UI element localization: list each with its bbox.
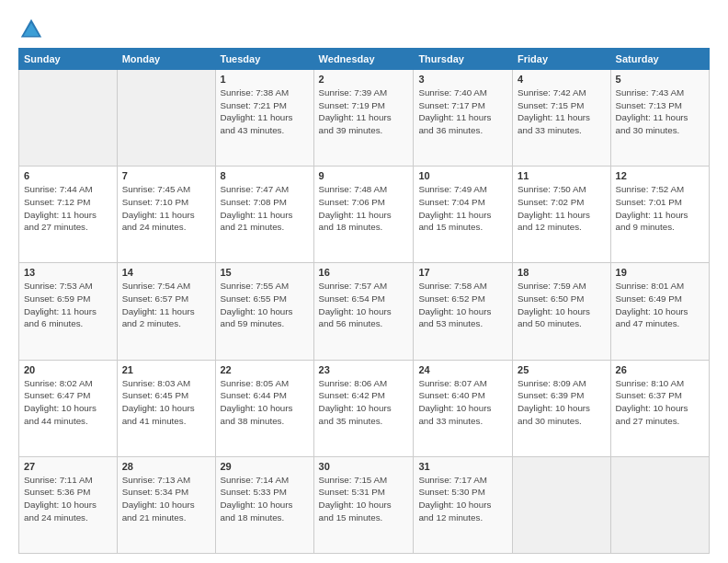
day-number: 20: [24, 364, 112, 375]
column-header-thursday: Thursday: [414, 49, 513, 70]
day-info: Sunrise: 7:11 AM Sunset: 5:36 PM Dayligh…: [24, 474, 112, 524]
logo-icon: [18, 17, 44, 42]
day-number: 30: [319, 461, 409, 472]
calendar-cell: 27Sunrise: 7:11 AM Sunset: 5:36 PM Dayli…: [19, 456, 118, 553]
day-info: Sunrise: 7:13 AM Sunset: 5:34 PM Dayligh…: [122, 474, 210, 524]
calendar-cell: 14Sunrise: 7:54 AM Sunset: 6:57 PM Dayli…: [117, 263, 215, 360]
calendar-cell: 24Sunrise: 8:07 AM Sunset: 6:40 PM Dayli…: [414, 360, 513, 456]
column-header-friday: Friday: [513, 49, 611, 70]
calendar-cell: 25Sunrise: 8:09 AM Sunset: 6:39 PM Dayli…: [513, 360, 611, 456]
calendar-cell: 30Sunrise: 7:15 AM Sunset: 5:31 PM Dayli…: [313, 456, 414, 553]
day-number: 10: [418, 170, 507, 181]
day-number: 19: [616, 267, 704, 278]
calendar-week-4: 20Sunrise: 8:02 AM Sunset: 6:47 PM Dayli…: [19, 360, 710, 456]
calendar-cell: 18Sunrise: 7:59 AM Sunset: 6:50 PM Dayli…: [513, 263, 611, 360]
day-number: 25: [518, 364, 606, 375]
calendar-cell: [610, 456, 709, 553]
day-info: Sunrise: 7:43 AM Sunset: 7:13 PM Dayligh…: [616, 86, 704, 137]
day-number: 24: [418, 364, 507, 375]
calendar-cell: [117, 70, 215, 167]
day-info: Sunrise: 7:47 AM Sunset: 7:08 PM Dayligh…: [221, 183, 309, 234]
day-number: 28: [122, 461, 210, 472]
day-info: Sunrise: 8:02 AM Sunset: 6:47 PM Dayligh…: [24, 377, 112, 428]
day-info: Sunrise: 8:09 AM Sunset: 6:39 PM Dayligh…: [518, 377, 606, 428]
day-info: Sunrise: 8:05 AM Sunset: 6:44 PM Dayligh…: [221, 377, 309, 428]
column-header-tuesday: Tuesday: [215, 49, 313, 70]
day-number: 23: [319, 364, 409, 375]
calendar-cell: 16Sunrise: 7:57 AM Sunset: 6:54 PM Dayli…: [313, 263, 414, 360]
calendar-cell: 11Sunrise: 7:50 AM Sunset: 7:02 PM Dayli…: [513, 167, 611, 263]
calendar-cell: 3Sunrise: 7:40 AM Sunset: 7:17 PM Daylig…: [414, 70, 513, 167]
day-info: Sunrise: 8:07 AM Sunset: 6:40 PM Dayligh…: [418, 377, 507, 428]
calendar-cell: 5Sunrise: 7:43 AM Sunset: 7:13 PM Daylig…: [610, 70, 709, 167]
calendar-cell: [513, 456, 611, 553]
day-number: 2: [319, 74, 409, 85]
day-info: Sunrise: 7:50 AM Sunset: 7:02 PM Dayligh…: [518, 183, 606, 234]
day-number: 14: [122, 267, 210, 278]
day-info: Sunrise: 7:39 AM Sunset: 7:19 PM Dayligh…: [319, 86, 409, 137]
day-number: 8: [221, 170, 309, 181]
calendar-cell: 13Sunrise: 7:53 AM Sunset: 6:59 PM Dayli…: [19, 263, 118, 360]
day-number: 16: [319, 267, 409, 278]
day-number: 29: [221, 461, 309, 472]
day-number: 1: [221, 74, 309, 85]
day-info: Sunrise: 7:52 AM Sunset: 7:01 PM Dayligh…: [616, 183, 704, 234]
calendar-cell: 12Sunrise: 7:52 AM Sunset: 7:01 PM Dayli…: [610, 167, 709, 263]
logo: [18, 17, 48, 42]
day-info: Sunrise: 7:17 AM Sunset: 5:30 PM Dayligh…: [418, 474, 507, 524]
calendar-week-5: 27Sunrise: 7:11 AM Sunset: 5:36 PM Dayli…: [19, 456, 710, 553]
day-number: 22: [221, 364, 309, 375]
day-info: Sunrise: 7:14 AM Sunset: 5:33 PM Dayligh…: [221, 474, 309, 524]
day-number: 12: [616, 170, 704, 181]
calendar-cell: 22Sunrise: 8:05 AM Sunset: 6:44 PM Dayli…: [215, 360, 313, 456]
day-info: Sunrise: 7:15 AM Sunset: 5:31 PM Dayligh…: [319, 474, 409, 524]
day-info: Sunrise: 7:45 AM Sunset: 7:10 PM Dayligh…: [122, 183, 210, 234]
day-info: Sunrise: 7:44 AM Sunset: 7:12 PM Dayligh…: [24, 183, 112, 234]
column-header-sunday: Sunday: [19, 49, 118, 70]
calendar-cell: 29Sunrise: 7:14 AM Sunset: 5:33 PM Dayli…: [215, 456, 313, 553]
day-info: Sunrise: 7:58 AM Sunset: 6:52 PM Dayligh…: [418, 280, 507, 330]
page: SundayMondayTuesdayWednesdayThursdayFrid…: [0, 0, 728, 563]
calendar-cell: 7Sunrise: 7:45 AM Sunset: 7:10 PM Daylig…: [117, 167, 215, 263]
calendar-cell: [19, 70, 118, 167]
calendar-cell: 19Sunrise: 8:01 AM Sunset: 6:49 PM Dayli…: [610, 263, 709, 360]
calendar-cell: 15Sunrise: 7:55 AM Sunset: 6:55 PM Dayli…: [215, 263, 313, 360]
calendar-header-row: SundayMondayTuesdayWednesdayThursdayFrid…: [19, 49, 710, 70]
day-info: Sunrise: 8:03 AM Sunset: 6:45 PM Dayligh…: [122, 377, 210, 428]
day-info: Sunrise: 7:55 AM Sunset: 6:55 PM Dayligh…: [221, 280, 309, 330]
calendar-cell: 31Sunrise: 7:17 AM Sunset: 5:30 PM Dayli…: [414, 456, 513, 553]
calendar-cell: 1Sunrise: 7:38 AM Sunset: 7:21 PM Daylig…: [215, 70, 313, 167]
day-number: 26: [616, 364, 704, 375]
calendar-week-2: 6Sunrise: 7:44 AM Sunset: 7:12 PM Daylig…: [19, 167, 710, 263]
day-number: 31: [418, 461, 507, 472]
day-info: Sunrise: 7:57 AM Sunset: 6:54 PM Dayligh…: [319, 280, 409, 330]
day-number: 5: [616, 74, 704, 85]
calendar-cell: 8Sunrise: 7:47 AM Sunset: 7:08 PM Daylig…: [215, 167, 313, 263]
calendar-table: SundayMondayTuesdayWednesdayThursdayFrid…: [18, 48, 710, 554]
day-info: Sunrise: 8:10 AM Sunset: 6:37 PM Dayligh…: [616, 377, 704, 428]
day-number: 21: [122, 364, 210, 375]
day-number: 7: [122, 170, 210, 181]
day-number: 17: [418, 267, 507, 278]
calendar-cell: 20Sunrise: 8:02 AM Sunset: 6:47 PM Dayli…: [19, 360, 118, 456]
day-number: 9: [319, 170, 409, 181]
calendar-week-3: 13Sunrise: 7:53 AM Sunset: 6:59 PM Dayli…: [19, 263, 710, 360]
day-info: Sunrise: 7:49 AM Sunset: 7:04 PM Dayligh…: [418, 183, 507, 234]
header: [18, 17, 710, 42]
day-info: Sunrise: 7:53 AM Sunset: 6:59 PM Dayligh…: [24, 280, 112, 330]
day-info: Sunrise: 7:38 AM Sunset: 7:21 PM Dayligh…: [221, 86, 309, 137]
day-info: Sunrise: 8:06 AM Sunset: 6:42 PM Dayligh…: [319, 377, 409, 428]
calendar-cell: 17Sunrise: 7:58 AM Sunset: 6:52 PM Dayli…: [414, 263, 513, 360]
day-number: 15: [221, 267, 309, 278]
day-info: Sunrise: 7:42 AM Sunset: 7:15 PM Dayligh…: [518, 86, 606, 137]
column-header-monday: Monday: [117, 49, 215, 70]
calendar-cell: 28Sunrise: 7:13 AM Sunset: 5:34 PM Dayli…: [117, 456, 215, 553]
calendar-cell: 26Sunrise: 8:10 AM Sunset: 6:37 PM Dayli…: [610, 360, 709, 456]
calendar-cell: 6Sunrise: 7:44 AM Sunset: 7:12 PM Daylig…: [19, 167, 118, 263]
day-info: Sunrise: 7:59 AM Sunset: 6:50 PM Dayligh…: [518, 280, 606, 330]
calendar-cell: 9Sunrise: 7:48 AM Sunset: 7:06 PM Daylig…: [313, 167, 414, 263]
day-number: 4: [518, 74, 606, 85]
day-number: 11: [518, 170, 606, 181]
calendar-cell: 21Sunrise: 8:03 AM Sunset: 6:45 PM Dayli…: [117, 360, 215, 456]
day-info: Sunrise: 8:01 AM Sunset: 6:49 PM Dayligh…: [616, 280, 704, 330]
